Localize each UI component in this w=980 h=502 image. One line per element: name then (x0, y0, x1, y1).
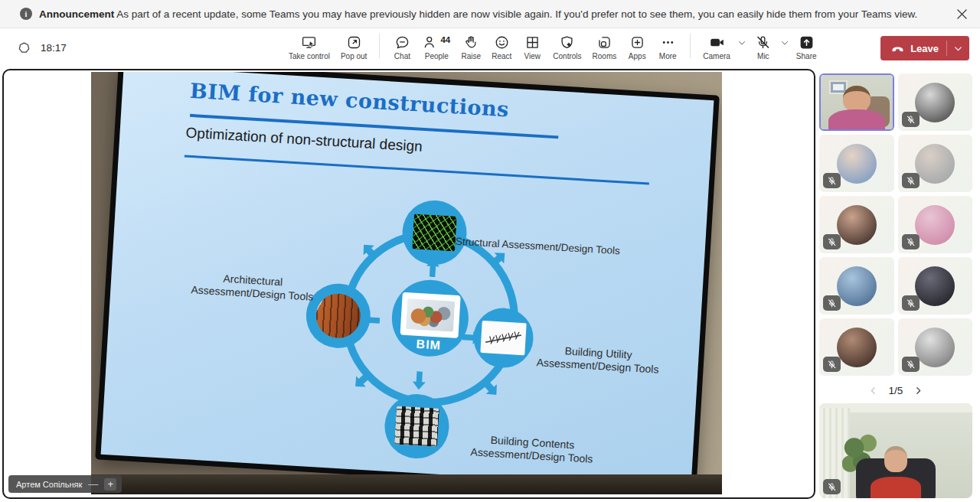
toolbar-center: Take control Pop out Chat 44 People Rai (283, 32, 822, 63)
zoom-out-icon[interactable]: — (88, 479, 98, 489)
presentation-video-feed: BIM for new constructions Optimization o… (91, 72, 722, 494)
participant-tile[interactable] (898, 196, 973, 253)
participant-grid (819, 73, 972, 376)
timer-value: 18:17 (41, 42, 67, 54)
avatar (837, 144, 877, 184)
self-shirt (871, 477, 921, 498)
shield-icon (17, 41, 31, 55)
tv-stand (91, 474, 722, 494)
mic-options-chevron-icon[interactable] (779, 32, 791, 54)
raise-hand-icon (463, 34, 479, 51)
leave-button[interactable]: Leave (880, 36, 969, 60)
close-icon[interactable] (956, 8, 968, 20)
people-icon (423, 34, 439, 51)
avatar (915, 83, 955, 122)
self-head (884, 446, 907, 472)
leave-options-chevron-icon[interactable] (947, 44, 969, 54)
bim-model-frame (400, 292, 461, 338)
participant-tile[interactable] (819, 73, 894, 131)
announcement-text: Announcement As part of a recent update,… (39, 8, 917, 20)
next-page-chevron-icon[interactable] (913, 386, 923, 396)
shelving-image (394, 406, 439, 446)
mic-muted-icon (827, 360, 837, 370)
mic-muted-icon (827, 237, 837, 247)
camera-button[interactable]: Camera (697, 32, 736, 63)
apps-icon (629, 34, 645, 51)
take-control-icon (301, 34, 317, 51)
self-view-video[interactable] (819, 403, 972, 498)
more-icon (660, 34, 676, 51)
mic-muted-badge (902, 234, 920, 249)
announcement-title: Announcement (39, 8, 114, 20)
share-icon (799, 34, 815, 51)
info-icon: i (20, 8, 32, 20)
chat-button[interactable]: Chat (387, 32, 417, 63)
avatar (915, 266, 955, 306)
structural-model-image (412, 214, 457, 251)
more-button[interactable]: More (652, 32, 683, 63)
mic-muted-badge (902, 173, 920, 188)
toolbar-separator (690, 34, 691, 58)
take-control-button[interactable]: Take control (283, 32, 335, 63)
rooms-button[interactable]: Rooms (587, 32, 622, 63)
mic-muted-icon (906, 237, 916, 247)
mic-muted-badge (823, 357, 841, 372)
participant-video (821, 75, 893, 129)
mic-muted-badge (823, 295, 841, 311)
meeting-timer: 18:17 (17, 41, 283, 55)
participant-tile[interactable] (819, 196, 894, 253)
controls-button[interactable]: Controls (547, 32, 586, 63)
chat-icon (394, 34, 410, 51)
participant-tile[interactable] (898, 318, 973, 376)
contents-label: Building Contents Assessment/Design Tool… (452, 432, 612, 466)
gallery-pagination: 1/5 (819, 379, 972, 402)
avatar (915, 328, 955, 367)
mic-muted-icon (906, 176, 916, 186)
mic-muted-badge (823, 173, 841, 188)
mic-muted-badge (902, 295, 920, 311)
mic-muted-icon (755, 34, 771, 51)
toolbar-separator (379, 34, 380, 58)
mic-muted-icon (827, 482, 837, 492)
mic-muted-icon (906, 115, 916, 125)
zoom-in-icon[interactable]: + (104, 478, 116, 491)
self-mic-muted-badge (823, 479, 841, 494)
avatar (837, 266, 877, 306)
camera-options-chevron-icon[interactable] (736, 32, 748, 54)
participant-tile[interactable] (819, 135, 894, 192)
bim-model-image (406, 298, 455, 332)
participant-head (843, 86, 871, 112)
pop-out-button[interactable]: Pop out (335, 32, 372, 63)
page-indicator: 1/5 (889, 385, 903, 396)
mic-muted-badge (823, 234, 841, 249)
meeting-main-area: BIM for new constructions Optimization o… (0, 67, 980, 502)
participant-tile[interactable] (898, 135, 973, 192)
presenter-name-pill: Артем Сопільняк — + (8, 475, 122, 493)
slide-subtitle-rule (185, 155, 649, 184)
participant-tile[interactable] (819, 318, 894, 376)
avatar (915, 144, 955, 184)
view-button[interactable]: View (517, 32, 547, 63)
view-icon (524, 34, 541, 51)
teams-meeting-window: i Announcement As part of a recent updat… (0, 0, 980, 502)
presenter-name: Артем Сопільняк (16, 480, 82, 489)
shared-screen-stage: BIM for new constructions Optimization o… (2, 69, 815, 499)
mic-muted-icon (906, 298, 916, 308)
participant-tile[interactable] (819, 257, 894, 315)
share-button[interactable]: Share (791, 32, 822, 63)
participants-sidebar: 1/5 (818, 67, 975, 502)
participant-tile[interactable] (898, 73, 973, 131)
avatar (915, 205, 955, 245)
people-button[interactable]: 44 People (417, 32, 456, 63)
toolbar-right: Leave (870, 34, 969, 60)
previous-page-chevron-icon[interactable] (868, 386, 878, 396)
mic-button[interactable]: Mic (748, 32, 779, 63)
apps-button[interactable]: Apps (622, 32, 652, 63)
react-icon (494, 34, 510, 51)
participant-tile[interactable] (898, 257, 973, 315)
react-button[interactable]: React (486, 32, 517, 63)
architectural-label: Architectural Assessment/Design Tools (183, 270, 322, 304)
raise-hand-button[interactable]: Raise (456, 32, 486, 63)
avatar (837, 328, 877, 367)
rooms-icon (596, 34, 612, 51)
